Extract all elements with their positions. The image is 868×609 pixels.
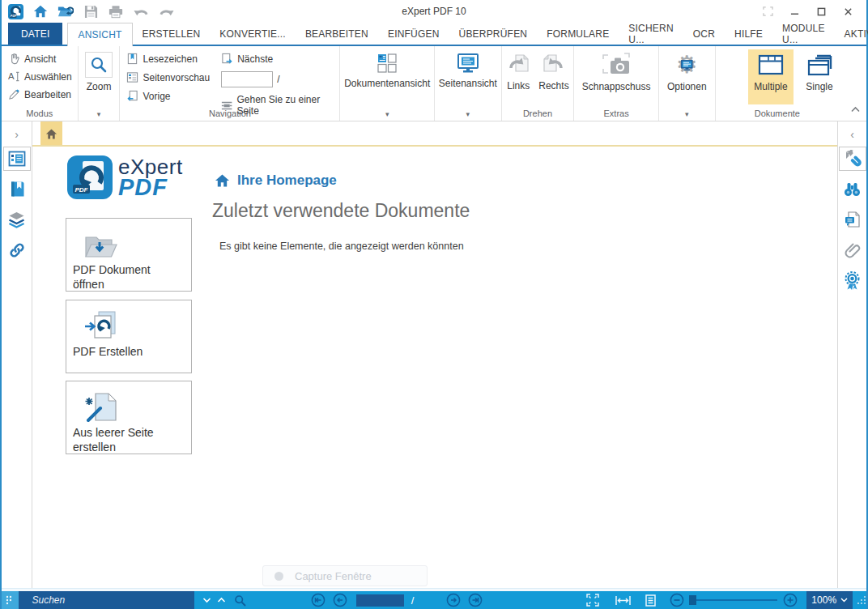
save-icon[interactable] — [83, 3, 99, 19]
statusbar-search-icon[interactable] — [234, 594, 246, 607]
tab-aktivieren[interactable]: AKTIVIEREN — [835, 23, 868, 45]
window-controls — [757, 4, 866, 19]
zoom-slider[interactable] — [689, 595, 777, 605]
monitor-icon — [456, 52, 480, 75]
statusbar-grip-icon[interactable] — [2, 591, 19, 609]
print-icon[interactable] — [108, 3, 124, 19]
group-modus: Ansicht A Auswählen Bearbeiten Modus — [2, 46, 79, 121]
zoom-level-value: 100% — [811, 594, 836, 606]
page-thumbnails-panel-button[interactable] — [3, 147, 31, 171]
status-bar: Suchen / 100% — [2, 591, 866, 609]
text-select-icon: A — [8, 70, 20, 83]
search-panel-button[interactable] — [840, 176, 866, 202]
seitenvorschau-button[interactable]: Seitenvorschau — [126, 71, 210, 83]
redo-icon[interactable] — [158, 3, 174, 19]
search-prev-chevron-icon[interactable] — [202, 597, 211, 603]
zoom-slider-handle[interactable] — [689, 595, 696, 605]
open-pdf-button[interactable]: PDF Dokument öffnen — [66, 218, 192, 292]
tab-einfuegen[interactable]: EINFÜGEN — [378, 23, 449, 45]
tab-sichern[interactable]: SICHERN U... — [619, 23, 683, 45]
fullscreen-icon[interactable] — [757, 4, 778, 19]
lesezeichen-button[interactable]: Lesezeichen — [126, 53, 210, 65]
zoom-dropdown-arrow[interactable]: ▾ — [79, 111, 120, 118]
maximize-button[interactable] — [811, 4, 832, 19]
ribbon: Ansicht A Auswählen Bearbeiten Modus Zoo… — [2, 46, 866, 121]
links-panel-button[interactable] — [4, 237, 30, 263]
page-number-input[interactable] — [221, 71, 273, 87]
layers-panel-button[interactable] — [4, 207, 30, 232]
homepage-tab[interactable] — [40, 121, 62, 147]
vorige-button[interactable]: Vorige — [126, 90, 210, 102]
tab-hilfe[interactable]: HILFE — [725, 23, 772, 45]
svg-text:PDF: PDF — [75, 186, 89, 194]
gear-icon: ⚙ — [674, 52, 700, 78]
group-label-dokumente: Dokumente — [716, 109, 839, 118]
rotate-right-icon — [542, 52, 566, 76]
titlebar: PDF eXpert PDF 10 — [2, 0, 866, 23]
group-extras: Schnappschuss Extras — [574, 46, 659, 121]
home-tab-icon — [45, 128, 57, 140]
optionen-dropdown-arrow[interactable]: ▾ — [659, 111, 715, 118]
minimize-button[interactable] — [784, 4, 805, 19]
certificate-badge-icon — [843, 271, 862, 291]
zoom-button[interactable]: Zoom — [79, 46, 120, 92]
auswaehlen-mode-button[interactable]: A Auswählen — [8, 70, 78, 83]
comments-panel-button[interactable] — [840, 207, 866, 232]
fullscreen-view-button[interactable] — [586, 594, 599, 607]
dokumentenansicht-dropdown-arrow[interactable]: ▾ — [340, 111, 434, 118]
tab-erstellen[interactable]: ERSTELLEN — [133, 23, 211, 45]
attachments-panel-button[interactable] — [840, 237, 866, 263]
zoom-in-button[interactable] — [783, 593, 798, 607]
naechste-button[interactable]: Nächste — [221, 53, 339, 65]
paperclip-icon — [844, 241, 862, 259]
search-next-chevron-icon[interactable] — [217, 597, 226, 603]
layers-icon — [7, 211, 26, 228]
tab-bearbeiten[interactable]: BEARBEITEN — [296, 23, 378, 45]
close-button[interactable] — [837, 4, 858, 19]
signatures-panel-button[interactable] — [840, 268, 866, 294]
tab-ansicht[interactable]: ANSICHT — [67, 23, 132, 46]
main-area: PDF eXpert PDF Ihre Homepage Zuletzt ver… — [2, 147, 866, 588]
next-page-button[interactable] — [446, 593, 461, 607]
current-page-input[interactable] — [356, 594, 404, 607]
tab-ueberpruefen[interactable]: ÜBERPRÜFEN — [449, 23, 538, 45]
left-panel-expand-arrow[interactable]: › — [2, 121, 32, 147]
right-panel-expand-arrow[interactable]: ‹ — [837, 121, 866, 147]
quick-access-toolbar: PDF — [2, 3, 174, 19]
tab-module[interactable]: MODULE U... — [772, 23, 835, 45]
seitenansicht-dropdown-arrow[interactable]: ▾ — [435, 111, 501, 118]
bookmarks-panel-button[interactable] — [4, 176, 30, 202]
home-icon[interactable] — [32, 3, 49, 19]
search-input[interactable]: Suchen — [19, 591, 194, 609]
last-page-button[interactable] — [468, 593, 483, 607]
collapse-ribbon-button[interactable] — [851, 101, 860, 116]
tab-ocr[interactable]: OCR — [683, 23, 725, 45]
multiple-documents-button[interactable]: Multiple — [748, 49, 794, 104]
zoom-level-dropdown[interactable]: 100% — [806, 591, 853, 609]
previous-page-icon — [126, 90, 138, 102]
open-folder-icon[interactable] — [57, 3, 74, 19]
zoom-dropdown-caret-icon — [840, 598, 848, 603]
undo-icon[interactable] — [133, 3, 149, 19]
expert-pdf-logo-icon: PDF — [66, 155, 113, 200]
tab-konvertieren[interactable]: KONVERTIE... — [210, 23, 296, 45]
create-from-blank-button[interactable]: Aus leerer Seite erstellen — [66, 381, 192, 454]
create-pdf-button[interactable]: PDF Erstellen — [66, 300, 192, 373]
bearbeiten-mode-button[interactable]: Bearbeiten — [8, 88, 78, 100]
previous-page-button[interactable] — [333, 593, 347, 607]
tools-panel-button[interactable] — [839, 147, 866, 171]
fit-width-button[interactable] — [615, 595, 631, 606]
group-label-drehen: Drehen — [502, 109, 574, 118]
first-page-button[interactable] — [311, 593, 326, 607]
tab-formulare[interactable]: FORMULARE — [537, 23, 619, 45]
zoom-out-button[interactable] — [670, 593, 684, 607]
ansicht-mode-button[interactable]: Ansicht — [8, 53, 78, 65]
tab-datei[interactable]: DATEI — [8, 23, 62, 45]
fit-page-button[interactable] — [645, 594, 656, 607]
capture-window-button[interactable]: Capture Fenêtre — [262, 565, 428, 586]
pen-icon — [8, 88, 20, 100]
homepage-heading: Ihre Homepage — [215, 172, 337, 189]
single-document-button[interactable]: Single — [797, 49, 842, 104]
statusbar-resize-grip-icon — [857, 595, 866, 605]
options-monitor-icon — [681, 60, 693, 70]
